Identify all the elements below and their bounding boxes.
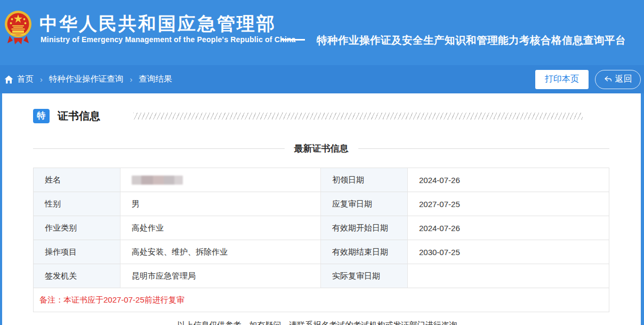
divider-line-right [358, 148, 610, 149]
field-value-validity-end-date: 2030-07-25 [408, 240, 609, 264]
field-label-operation-item: 操作项目 [34, 240, 120, 264]
org-name-en: Ministry of Emergency Management of the … [41, 35, 296, 44]
redacted-name-value [132, 176, 183, 185]
field-label-actual-review-date: 实际复审日期 [321, 264, 408, 288]
back-button-label: 返回 [615, 74, 632, 85]
slash-decoration [133, 113, 583, 120]
breadcrumb-actions: 打印本页 返回 [535, 70, 640, 89]
site-header: 中华人民共和国应急管理部 Ministry of Emergency Manag… [0, 0, 644, 65]
breadcrumb-result: 查询结果 [139, 74, 172, 85]
field-value-review-due-date: 2027-07-25 [408, 192, 609, 216]
field-label-initial-issue-date: 初领日期 [321, 168, 408, 192]
field-label-issuing-authority: 签发机关 [34, 264, 120, 288]
national-emblem-logo [4, 8, 32, 45]
platform-title: 特种作业操作证及安全生产知识和管理能力考核合格信息查询平台 [317, 33, 626, 47]
field-label-work-category: 作业类别 [34, 216, 120, 240]
breadcrumb: 首页 › 特种作业操作证查询 › 查询结果 [4, 74, 172, 85]
special-badge: 特 [33, 109, 50, 123]
main-content: 特 证书信息 最新证书信息 姓名 初领日期 2024-07-26 性别 男 应复… [2, 93, 641, 325]
print-page-button[interactable]: 打印本页 [535, 70, 589, 89]
home-icon [4, 75, 13, 84]
breadcrumb-home[interactable]: 首页 [17, 74, 34, 85]
breadcrumb-separator: › [130, 75, 133, 84]
title-dash-divider [281, 39, 305, 41]
field-value-issuing-authority: 昆明市应急管理局 [120, 264, 321, 288]
field-value-gender: 男 [120, 192, 321, 216]
breadcrumb-separator: › [40, 75, 43, 84]
field-value-validity-start-date: 2024-07-26 [408, 216, 609, 240]
field-label-gender: 性别 [34, 192, 120, 216]
field-label-validity-end-date: 有效期结束日期 [321, 240, 408, 264]
back-arrow-icon [604, 76, 612, 83]
field-label-validity-start-date: 有效期开始日期 [321, 216, 408, 240]
table-title-row: 最新证书信息 [33, 142, 609, 155]
field-value-work-category: 高处作业 [120, 216, 321, 240]
divider-line-left [33, 148, 285, 149]
section-title: 证书信息 [58, 109, 100, 123]
table-title: 最新证书信息 [294, 142, 349, 155]
breadcrumb-bar: 首页 › 特种作业操作证查询 › 查询结果 打印本页 返回 [0, 65, 644, 93]
field-label-review-due-date: 应复审日期 [321, 192, 408, 216]
field-label-name: 姓名 [34, 168, 120, 192]
section-header: 特 证书信息 [33, 108, 609, 123]
footer-disclaimer: 以上信息仅供参考，如有疑问，请联系报名考试的考试机构或发证部门进行咨询。 [33, 320, 609, 325]
remark-row: 备注：本证书应于2027-07-25前进行复审 [34, 288, 609, 312]
field-value-actual-review-date [408, 264, 609, 288]
field-value-initial-issue-date: 2024-07-26 [408, 168, 609, 192]
org-name-zh: 中华人民共和国应急管理部 [39, 12, 276, 36]
field-value-name [120, 168, 321, 192]
back-button[interactable]: 返回 [595, 70, 641, 89]
breadcrumb-query[interactable]: 特种作业操作证查询 [49, 74, 124, 85]
certificate-table: 姓名 初领日期 2024-07-26 性别 男 应复审日期 2027-07-25… [33, 168, 609, 312]
field-value-operation-item: 高处安装、维护、拆除作业 [120, 240, 321, 264]
